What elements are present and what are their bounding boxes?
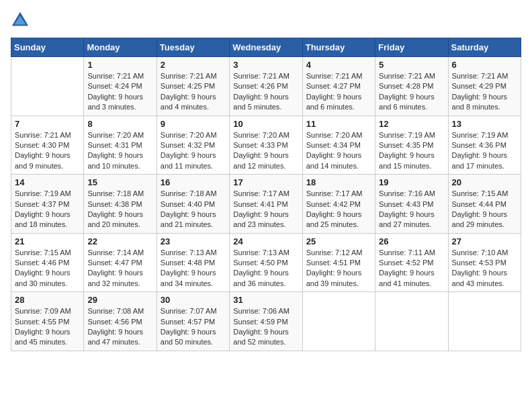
day-info: Sunrise: 7:21 AMSunset: 4:30 PMDaylight:… xyxy=(15,130,80,172)
day-info: Sunrise: 7:18 AMSunset: 4:38 PMDaylight:… xyxy=(87,189,152,230)
day-info: Sunrise: 7:21 AMSunset: 4:28 PMDaylight:… xyxy=(379,71,444,113)
calendar-cell: 4Sunrise: 7:21 AMSunset: 4:27 PMDaylight… xyxy=(302,57,375,116)
day-info: Sunrise: 7:15 AMSunset: 4:44 PMDaylight:… xyxy=(452,189,517,230)
day-info: Sunrise: 7:09 AMSunset: 4:55 PMDaylight:… xyxy=(15,306,80,348)
day-number: 17 xyxy=(233,177,298,187)
day-number: 21 xyxy=(15,236,80,246)
calendar-cell xyxy=(375,292,448,351)
day-info: Sunrise: 7:19 AMSunset: 4:35 PMDaylight:… xyxy=(379,130,444,172)
day-number: 26 xyxy=(379,236,444,246)
day-info: Sunrise: 7:13 AMSunset: 4:50 PMDaylight:… xyxy=(233,248,298,289)
day-number: 31 xyxy=(233,295,298,305)
calendar-week-row: 21Sunrise: 7:15 AMSunset: 4:46 PMDayligh… xyxy=(11,233,521,292)
calendar-cell: 11Sunrise: 7:20 AMSunset: 4:34 PMDayligh… xyxy=(302,116,375,175)
day-info: Sunrise: 7:12 AMSunset: 4:51 PMDaylight:… xyxy=(306,248,371,289)
calendar-cell: 31Sunrise: 7:06 AMSunset: 4:59 PMDayligh… xyxy=(230,292,302,351)
calendar-cell: 24Sunrise: 7:13 AMSunset: 4:50 PMDayligh… xyxy=(230,233,302,292)
calendar-cell: 15Sunrise: 7:18 AMSunset: 4:38 PMDayligh… xyxy=(84,175,157,234)
day-number: 10 xyxy=(233,119,298,129)
day-info: Sunrise: 7:06 AMSunset: 4:59 PMDaylight:… xyxy=(233,306,298,348)
logo-icon xyxy=(11,11,30,30)
calendar-week-row: 7Sunrise: 7:21 AMSunset: 4:30 PMDaylight… xyxy=(11,116,521,175)
header-saturday: Saturday xyxy=(448,38,521,57)
calendar-cell: 16Sunrise: 7:18 AMSunset: 4:40 PMDayligh… xyxy=(157,175,229,234)
day-number: 14 xyxy=(15,177,80,187)
day-info: Sunrise: 7:21 AMSunset: 4:26 PMDaylight:… xyxy=(233,71,298,113)
day-info: Sunrise: 7:20 AMSunset: 4:32 PMDaylight:… xyxy=(161,130,226,172)
header-sunday: Sunday xyxy=(11,38,84,57)
day-info: Sunrise: 7:19 AMSunset: 4:36 PMDaylight:… xyxy=(452,130,517,172)
calendar-cell: 5Sunrise: 7:21 AMSunset: 4:28 PMDaylight… xyxy=(375,57,448,116)
calendar-cell: 22Sunrise: 7:14 AMSunset: 4:47 PMDayligh… xyxy=(84,233,157,292)
calendar-cell: 12Sunrise: 7:19 AMSunset: 4:35 PMDayligh… xyxy=(375,116,448,175)
header-thursday: Thursday xyxy=(302,38,375,57)
day-info: Sunrise: 7:20 AMSunset: 4:34 PMDaylight:… xyxy=(306,130,371,172)
day-info: Sunrise: 7:17 AMSunset: 4:41 PMDaylight:… xyxy=(233,189,298,230)
day-info: Sunrise: 7:21 AMSunset: 4:29 PMDaylight:… xyxy=(452,71,517,113)
calendar-cell: 17Sunrise: 7:17 AMSunset: 4:41 PMDayligh… xyxy=(230,175,302,234)
day-number: 22 xyxy=(87,236,152,246)
day-info: Sunrise: 7:21 AMSunset: 4:25 PMDaylight:… xyxy=(161,71,226,113)
calendar-cell: 18Sunrise: 7:17 AMSunset: 4:42 PMDayligh… xyxy=(302,175,375,234)
calendar-cell: 29Sunrise: 7:08 AMSunset: 4:56 PMDayligh… xyxy=(84,292,157,351)
calendar-cell: 1Sunrise: 7:21 AMSunset: 4:24 PMDaylight… xyxy=(84,57,157,116)
day-info: Sunrise: 7:21 AMSunset: 4:27 PMDaylight:… xyxy=(306,71,371,113)
header-friday: Friday xyxy=(375,38,448,57)
calendar-week-row: 28Sunrise: 7:09 AMSunset: 4:55 PMDayligh… xyxy=(11,292,521,351)
day-number: 27 xyxy=(452,236,517,246)
day-number: 12 xyxy=(379,119,444,129)
day-number: 3 xyxy=(233,60,298,70)
day-number: 25 xyxy=(306,236,371,246)
day-number: 18 xyxy=(306,177,371,187)
calendar-cell: 10Sunrise: 7:20 AMSunset: 4:33 PMDayligh… xyxy=(230,116,302,175)
day-info: Sunrise: 7:08 AMSunset: 4:56 PMDaylight:… xyxy=(87,306,152,348)
day-info: Sunrise: 7:20 AMSunset: 4:31 PMDaylight:… xyxy=(87,130,152,172)
calendar-cell: 26Sunrise: 7:11 AMSunset: 4:52 PMDayligh… xyxy=(375,233,448,292)
calendar-cell: 3Sunrise: 7:21 AMSunset: 4:26 PMDaylight… xyxy=(230,57,302,116)
day-info: Sunrise: 7:18 AMSunset: 4:40 PMDaylight:… xyxy=(161,189,226,230)
calendar-cell: 2Sunrise: 7:21 AMSunset: 4:25 PMDaylight… xyxy=(157,57,229,116)
calendar-cell: 7Sunrise: 7:21 AMSunset: 4:30 PMDaylight… xyxy=(11,116,84,175)
day-info: Sunrise: 7:19 AMSunset: 4:37 PMDaylight:… xyxy=(15,189,80,230)
day-number: 23 xyxy=(161,236,226,246)
header-tuesday: Tuesday xyxy=(157,38,229,57)
day-info: Sunrise: 7:13 AMSunset: 4:48 PMDaylight:… xyxy=(161,248,226,289)
calendar-header-row: SundayMondayTuesdayWednesdayThursdayFrid… xyxy=(11,38,521,57)
calendar-cell: 21Sunrise: 7:15 AMSunset: 4:46 PMDayligh… xyxy=(11,233,84,292)
day-info: Sunrise: 7:15 AMSunset: 4:46 PMDaylight:… xyxy=(15,248,80,289)
day-number: 19 xyxy=(379,177,444,187)
page-header xyxy=(11,11,521,30)
day-number: 13 xyxy=(452,119,517,129)
day-number: 24 xyxy=(233,236,298,246)
day-number: 9 xyxy=(161,119,226,129)
calendar-table: SundayMondayTuesdayWednesdayThursdayFrid… xyxy=(11,38,521,351)
day-number: 1 xyxy=(87,60,152,70)
calendar-cell xyxy=(448,292,521,351)
day-number: 30 xyxy=(161,295,226,305)
day-info: Sunrise: 7:07 AMSunset: 4:57 PMDaylight:… xyxy=(161,306,226,348)
day-info: Sunrise: 7:17 AMSunset: 4:42 PMDaylight:… xyxy=(306,189,371,230)
calendar-cell: 14Sunrise: 7:19 AMSunset: 4:37 PMDayligh… xyxy=(11,175,84,234)
day-number: 15 xyxy=(87,177,152,187)
day-number: 28 xyxy=(15,295,80,305)
day-info: Sunrise: 7:11 AMSunset: 4:52 PMDaylight:… xyxy=(379,248,444,289)
day-number: 5 xyxy=(379,60,444,70)
calendar-cell: 13Sunrise: 7:19 AMSunset: 4:36 PMDayligh… xyxy=(448,116,521,175)
calendar-cell: 8Sunrise: 7:20 AMSunset: 4:31 PMDaylight… xyxy=(84,116,157,175)
calendar-week-row: 1Sunrise: 7:21 AMSunset: 4:24 PMDaylight… xyxy=(11,57,521,116)
day-number: 16 xyxy=(161,177,226,187)
calendar-cell: 27Sunrise: 7:10 AMSunset: 4:53 PMDayligh… xyxy=(448,233,521,292)
logo xyxy=(11,11,32,30)
calendar-cell: 28Sunrise: 7:09 AMSunset: 4:55 PMDayligh… xyxy=(11,292,84,351)
day-info: Sunrise: 7:21 AMSunset: 4:24 PMDaylight:… xyxy=(87,71,152,113)
calendar-cell: 30Sunrise: 7:07 AMSunset: 4:57 PMDayligh… xyxy=(157,292,229,351)
calendar-cell: 25Sunrise: 7:12 AMSunset: 4:51 PMDayligh… xyxy=(302,233,375,292)
calendar-cell: 20Sunrise: 7:15 AMSunset: 4:44 PMDayligh… xyxy=(448,175,521,234)
day-info: Sunrise: 7:14 AMSunset: 4:47 PMDaylight:… xyxy=(87,248,152,289)
day-number: 20 xyxy=(452,177,517,187)
day-number: 11 xyxy=(306,119,371,129)
day-number: 2 xyxy=(161,60,226,70)
calendar-cell: 19Sunrise: 7:16 AMSunset: 4:43 PMDayligh… xyxy=(375,175,448,234)
day-number: 29 xyxy=(87,295,152,305)
day-number: 6 xyxy=(452,60,517,70)
